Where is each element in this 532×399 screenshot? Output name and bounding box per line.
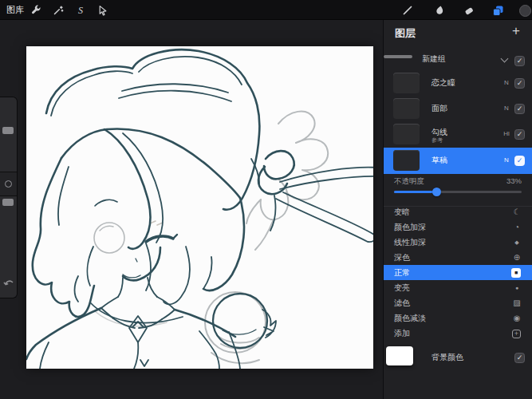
add-layer-button[interactable]: +: [508, 23, 524, 39]
opacity-slider[interactable]: [394, 191, 522, 193]
blend-mode-darker-color[interactable]: 深色 ⊕: [384, 250, 532, 265]
procreate-screen: 图库 S: [0, 0, 532, 399]
layer-visibility-checkbox[interactable]: ✓: [514, 104, 525, 114]
layer-visibility-checkbox[interactable]: ✓: [514, 78, 525, 89]
opacity-slider-fill: [394, 191, 436, 193]
layer-thumbnail[interactable]: [393, 124, 420, 144]
layer-thumbnail[interactable]: [393, 98, 420, 119]
brush-opacity-slider[interactable]: [2, 199, 14, 206]
transform-arrow-icon[interactable]: [97, 4, 109, 17]
background-layer-row[interactable]: 背景颜色 ✓: [384, 343, 532, 372]
layers-panel-title: 图层: [395, 26, 416, 41]
blend-mode-color-burn[interactable]: 颜色加深 ◔: [384, 219, 532, 235]
blend-badge[interactable]: N: [500, 148, 513, 173]
group-visibility-checkbox[interactable]: ✓: [514, 56, 525, 66]
layer-row-selected[interactable]: 草稿 N ✓: [384, 148, 532, 174]
blend-mode-darken[interactable]: 变暗 ☾: [384, 204, 532, 219]
layer-name: 恋之瞳: [432, 70, 455, 96]
layer-row[interactable]: 面部 N ✓: [384, 96, 532, 121]
background-color-swatch[interactable]: [386, 346, 413, 365]
layer-group-row[interactable]: 新建组 ✓: [384, 48, 532, 70]
undo-button[interactable]: [0, 276, 17, 290]
lighten-icon: ●: [510, 280, 523, 295]
brush-icon[interactable]: [401, 4, 414, 17]
blend-badge[interactable]: N: [500, 70, 513, 96]
blend-badge[interactable]: Hl: [500, 121, 513, 147]
opacity-value: 33%: [506, 176, 522, 185]
modify-circle-icon: [5, 180, 12, 188]
blend-mode-normal-selected[interactable]: 正常 ■: [384, 265, 532, 280]
canvas-artwork: [26, 46, 373, 369]
smudge-icon[interactable]: [433, 4, 446, 17]
gallery-button[interactable]: 图库: [6, 0, 24, 20]
screen-icon: ▨: [510, 295, 523, 310]
layer-reference-tag: 参考: [432, 136, 443, 144]
layer-row[interactable]: 勾线 参考 Hl ✓: [384, 121, 532, 147]
background-visibility-checkbox[interactable]: ✓: [514, 353, 525, 363]
color-burn-icon: ◔: [510, 219, 523, 235]
opacity-label: 不透明度: [394, 176, 424, 187]
blend-badge[interactable]: N: [500, 96, 513, 121]
color-dodge-icon: ◉: [510, 310, 523, 326]
layer-row[interactable]: 恋之瞳 N ✓: [384, 70, 532, 96]
layers-panel: 图层 + 新建组 ✓ 恋之瞳 N ✓ 面部 N ✓ 勾线 参考 Hl ✓: [383, 20, 532, 399]
layer-name: 面部: [432, 96, 447, 121]
drawing-canvas[interactable]: [26, 46, 373, 369]
color-swatch-icon[interactable]: [518, 4, 531, 17]
darker-color-icon: ⊕: [510, 250, 523, 265]
blend-mode-lighten[interactable]: 变亮 ●: [384, 280, 532, 295]
top-toolbar: 图库 S: [0, 0, 532, 20]
chevron-down-icon[interactable]: [501, 55, 509, 63]
group-thumbnail: [384, 55, 412, 58]
layer-visibility-checkbox[interactable]: ✓: [514, 129, 525, 140]
brush-sidebar: [0, 97, 18, 298]
selection-icon[interactable]: S: [74, 4, 87, 17]
layer-thumbnail[interactable]: [393, 150, 420, 171]
blend-mode-linear-burn[interactable]: 线性加深 ◆: [384, 235, 532, 250]
add-icon: +: [512, 330, 521, 338]
group-name: 新建组: [422, 48, 446, 70]
blend-mode-color-dodge[interactable]: 颜色减淡 ◉: [384, 310, 532, 326]
layer-visibility-checkbox[interactable]: ✓: [514, 156, 525, 166]
eraser-icon[interactable]: [463, 4, 475, 17]
modify-button[interactable]: [0, 172, 17, 196]
darken-moon-icon: ☾: [510, 204, 523, 219]
layer-name: 草稿: [432, 148, 447, 173]
background-layer-label: 背景颜色: [432, 343, 463, 372]
actions-wrench-icon[interactable]: [30, 4, 42, 17]
layers-icon[interactable]: [491, 4, 504, 17]
layer-thumbnail[interactable]: [393, 73, 420, 93]
opacity-slider-thumb[interactable]: [432, 188, 441, 196]
adjustments-wand-icon[interactable]: [52, 4, 65, 17]
blend-mode-screen[interactable]: 滤色 ▨: [384, 295, 532, 310]
brush-size-slider[interactable]: [2, 127, 14, 134]
normal-icon: ■: [511, 268, 521, 278]
undo-arrow-icon: [3, 279, 14, 288]
blend-mode-add[interactable]: 添加 +: [384, 326, 532, 341]
linear-burn-icon: ◆: [510, 235, 523, 250]
